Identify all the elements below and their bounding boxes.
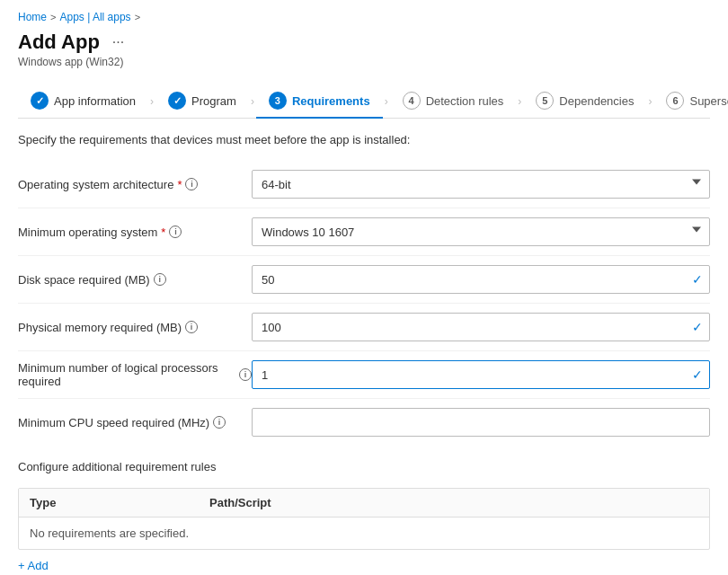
form-row-os-architecture: Operating system architecture * i 64-bit…: [18, 161, 710, 208]
min-os-control: Windows 10 1507 Windows 10 1511 Windows …: [252, 217, 710, 246]
form-row-min-logical-processors: Minimum number of logical processors req…: [18, 351, 710, 399]
physical-memory-label: Physical memory required (MB) i: [18, 321, 252, 334]
tab-detection-rules[interactable]: 4 Detection rules: [390, 84, 517, 119]
tab-dependencies[interactable]: 5 Dependencies: [523, 84, 646, 119]
disk-space-check-icon: ✓: [692, 272, 703, 287]
min-os-required: *: [161, 226, 165, 239]
min-cpu-speed-label: Minimum CPU speed required (MHz) i: [18, 416, 252, 429]
breadcrumb: Home > Apps | All apps >: [18, 11, 710, 23]
min-logical-processors-control: ✓: [252, 360, 710, 389]
tab-dependencies-circle: 5: [536, 92, 554, 110]
disk-space-info-icon[interactable]: i: [154, 273, 166, 286]
tab-supersedence-label: Supersedence: [689, 94, 728, 108]
wizard-tabs: ✓ App information › ✓ Program › 3 Requir…: [18, 84, 710, 119]
min-cpu-speed-info-icon[interactable]: i: [213, 416, 226, 429]
requirements-table: Type Path/Script No requirements are spe…: [18, 488, 710, 550]
requirements-table-empty: No requirements are specified.: [19, 518, 709, 549]
physical-memory-control: ✓: [252, 313, 710, 341]
min-os-label: Minimum operating system * i: [18, 226, 252, 239]
breadcrumb-sep1: >: [50, 12, 56, 22]
min-logical-processors-info-icon[interactable]: i: [239, 368, 252, 381]
col-path-header: Path/Script: [209, 496, 698, 509]
physical-memory-input[interactable]: [252, 313, 710, 341]
disk-space-input[interactable]: [252, 265, 710, 294]
min-os-info-icon[interactable]: i: [169, 226, 182, 238]
ellipsis-menu-button[interactable]: ···: [107, 32, 129, 52]
disk-space-control: ✓: [252, 265, 710, 294]
add-requirement-link[interactable]: + Add: [18, 559, 49, 572]
page-title: Add App: [18, 31, 100, 54]
tab-supersedence[interactable]: 6 Supersedence: [653, 84, 728, 119]
min-logical-processors-input[interactable]: [252, 360, 710, 389]
tab-requirements-label: Requirements: [292, 94, 370, 108]
requirements-table-header: Type Path/Script: [19, 489, 709, 518]
os-architecture-select[interactable]: 64-bit 32-bit 32-bit or 64-bit: [252, 170, 710, 199]
form-row-disk-space: Disk space required (MB) i ✓: [18, 256, 710, 304]
breadcrumb-apps[interactable]: Apps | All apps: [59, 11, 130, 23]
disk-space-label: Disk space required (MB) i: [18, 273, 252, 287]
page-container: Home > Apps | All apps > Add App ··· Win…: [0, 0, 728, 575]
form-row-min-os: Minimum operating system * i Windows 10 …: [18, 208, 710, 256]
configure-requirements-label: Configure additional requirement rules: [18, 460, 710, 473]
tab-supersedence-circle: 6: [666, 92, 684, 110]
requirements-form: Operating system architecture * i 64-bit…: [18, 161, 710, 446]
min-logical-processors-check-icon: ✓: [692, 367, 703, 382]
min-os-select[interactable]: Windows 10 1507 Windows 10 1511 Windows …: [252, 217, 710, 246]
page-header: Add App ··· Windows app (Win32): [18, 31, 710, 68]
page-subtitle: Windows app (Win32): [18, 56, 710, 68]
os-architecture-label: Operating system architecture * i: [18, 178, 252, 191]
tab-requirements[interactable]: 3 Requirements: [256, 84, 383, 119]
tab-program-label: Program: [191, 94, 236, 108]
min-cpu-speed-control: [252, 408, 710, 437]
tab-program[interactable]: ✓ Program: [155, 84, 249, 119]
breadcrumb-home[interactable]: Home: [18, 11, 47, 23]
tab-app-information-circle: ✓: [31, 92, 49, 110]
col-type-header: Type: [30, 496, 209, 509]
tab-detection-rules-label: Detection rules: [426, 94, 504, 108]
os-architecture-info-icon[interactable]: i: [185, 178, 198, 190]
os-architecture-control: 64-bit 32-bit 32-bit or 64-bit: [252, 170, 710, 199]
form-row-physical-memory: Physical memory required (MB) i ✓: [18, 304, 710, 351]
os-architecture-required: *: [177, 178, 182, 191]
tab-requirements-circle: 3: [269, 92, 287, 110]
tab-detection-rules-circle: 4: [403, 92, 421, 110]
tab-dependencies-label: Dependencies: [559, 94, 634, 108]
section-description: Specify the requirements that devices mu…: [18, 133, 710, 146]
physical-memory-check-icon: ✓: [692, 320, 703, 334]
tab-app-information[interactable]: ✓ App information: [18, 84, 148, 119]
form-row-min-cpu-speed: Minimum CPU speed required (MHz) i: [18, 399, 710, 446]
min-logical-processors-label: Minimum number of logical processors req…: [18, 361, 252, 388]
physical-memory-info-icon[interactable]: i: [185, 321, 198, 333]
tab-app-information-label: App information: [54, 94, 136, 108]
breadcrumb-sep2: >: [135, 12, 140, 22]
min-cpu-speed-input[interactable]: [252, 408, 710, 437]
tab-program-circle: ✓: [168, 92, 186, 110]
